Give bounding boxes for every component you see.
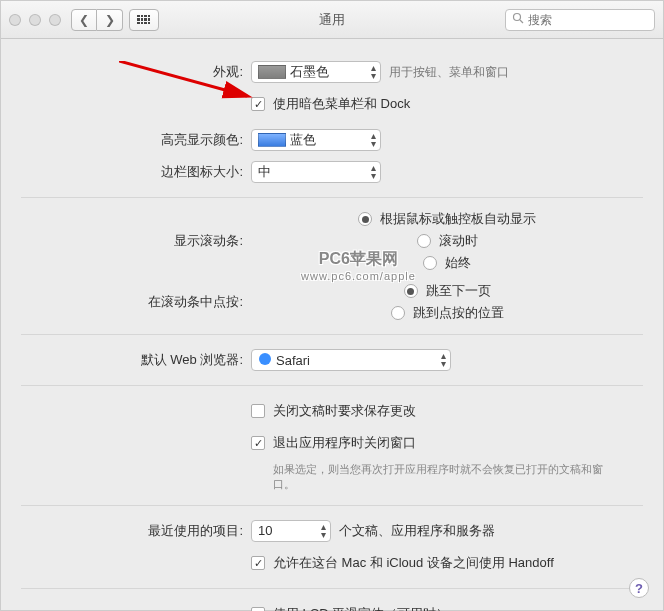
separator bbox=[21, 197, 643, 198]
updown-arrows-icon: ▴▾ bbox=[371, 132, 376, 148]
updown-arrows-icon: ▴▾ bbox=[441, 352, 446, 368]
scroll-click-option-page: 跳至下一页 bbox=[426, 282, 491, 300]
dark-menubar-checkbox[interactable] bbox=[251, 97, 265, 111]
close-windows-hint: 如果选定，则当您再次打开应用程序时就不会恢复已打开的文稿和窗口。 bbox=[273, 462, 613, 493]
appearance-hint: 用于按钮、菜单和窗口 bbox=[389, 64, 509, 81]
close-windows-label: 退出应用程序时关闭窗口 bbox=[273, 434, 416, 452]
blue-swatch-icon bbox=[258, 133, 286, 147]
scroll-click-radio-page[interactable] bbox=[404, 284, 418, 298]
safari-icon bbox=[258, 352, 272, 369]
close-window-button[interactable] bbox=[9, 14, 21, 26]
back-button[interactable]: ❮ bbox=[71, 9, 97, 31]
recent-items-suffix: 个文稿、应用程序和服务器 bbox=[339, 522, 495, 540]
default-browser-select[interactable]: Safari ▴▾ bbox=[251, 349, 451, 371]
sidebar-size-label: 边栏图标大小: bbox=[21, 163, 251, 181]
scrollbar-option-scrolling: 滚动时 bbox=[439, 232, 478, 250]
scrollbar-label: 显示滚动条: bbox=[21, 232, 251, 250]
content-area: 外观: 石墨色 ▴▾ 用于按钮、菜单和窗口 使用暗色菜单栏和 Dock 高亮显示… bbox=[1, 39, 663, 611]
recent-items-label: 最近使用的项目: bbox=[21, 522, 251, 540]
lcd-font-label: 使用 LCD 平滑字体（可用时） bbox=[273, 605, 449, 611]
nav-segment: ❮ ❯ bbox=[71, 9, 123, 31]
scroll-click-label: 在滚动条中点按: bbox=[21, 293, 251, 311]
default-browser-label: 默认 Web 浏览器: bbox=[21, 351, 251, 369]
traffic-lights bbox=[9, 14, 61, 26]
close-windows-checkbox[interactable] bbox=[251, 436, 265, 450]
svg-point-0 bbox=[514, 14, 521, 21]
highlight-select[interactable]: 蓝色 ▴▾ bbox=[251, 129, 381, 151]
appearance-select[interactable]: 石墨色 ▴▾ bbox=[251, 61, 381, 83]
updown-arrows-icon: ▴▾ bbox=[321, 523, 326, 539]
chevron-left-icon: ❮ bbox=[79, 13, 89, 27]
sidebar-size-value: 中 bbox=[258, 163, 271, 181]
help-button[interactable]: ? bbox=[629, 578, 649, 598]
updown-arrows-icon: ▴▾ bbox=[371, 164, 376, 180]
titlebar: ❮ ❯ 通用 ✕ bbox=[1, 1, 663, 39]
general-prefs-window: ❮ ❯ 通用 ✕ 外观: 石墨色 bbox=[0, 0, 664, 611]
svg-point-2 bbox=[259, 353, 271, 365]
updown-arrows-icon: ▴▾ bbox=[371, 64, 376, 80]
scrollbar-radio-always[interactable] bbox=[423, 256, 437, 270]
chevron-right-icon: ❯ bbox=[105, 13, 115, 27]
lcd-font-checkbox[interactable] bbox=[251, 607, 265, 611]
separator bbox=[21, 334, 643, 335]
dark-menubar-label: 使用暗色菜单栏和 Dock bbox=[273, 95, 410, 113]
forward-button[interactable]: ❯ bbox=[97, 9, 123, 31]
help-icon: ? bbox=[635, 581, 643, 596]
highlight-value: 蓝色 bbox=[290, 131, 316, 149]
scrollbar-radio-scrolling[interactable] bbox=[417, 234, 431, 248]
highlight-label: 高亮显示颜色: bbox=[21, 131, 251, 149]
recent-items-value: 10 bbox=[258, 523, 272, 538]
ask-save-checkbox[interactable] bbox=[251, 404, 265, 418]
scroll-click-radio-spot[interactable] bbox=[391, 306, 405, 320]
scroll-click-option-spot: 跳到点按的位置 bbox=[413, 304, 504, 322]
appearance-label: 外观: bbox=[21, 63, 251, 81]
search-field[interactable]: ✕ bbox=[505, 9, 655, 31]
svg-line-1 bbox=[520, 20, 523, 23]
grid-icon bbox=[137, 15, 151, 25]
recent-items-select[interactable]: 10 ▴▾ bbox=[251, 520, 331, 542]
separator bbox=[21, 588, 643, 589]
scrollbar-option-always: 始终 bbox=[445, 254, 471, 272]
graphite-swatch-icon bbox=[258, 65, 286, 79]
handoff-checkbox[interactable] bbox=[251, 556, 265, 570]
zoom-window-button[interactable] bbox=[49, 14, 61, 26]
separator bbox=[21, 385, 643, 386]
appearance-value: 石墨色 bbox=[290, 63, 329, 81]
default-browser-value: Safari bbox=[276, 353, 310, 368]
search-icon bbox=[512, 12, 524, 27]
show-all-button[interactable] bbox=[129, 9, 159, 31]
scrollbar-radio-auto[interactable] bbox=[358, 212, 372, 226]
minimize-window-button[interactable] bbox=[29, 14, 41, 26]
ask-save-label: 关闭文稿时要求保存更改 bbox=[273, 402, 416, 420]
scrollbar-option-auto: 根据鼠标或触控板自动显示 bbox=[380, 210, 536, 228]
handoff-label: 允许在这台 Mac 和 iCloud 设备之间使用 Handoff bbox=[273, 554, 554, 572]
search-input[interactable] bbox=[528, 13, 664, 27]
sidebar-size-select[interactable]: 中 ▴▾ bbox=[251, 161, 381, 183]
separator bbox=[21, 505, 643, 506]
